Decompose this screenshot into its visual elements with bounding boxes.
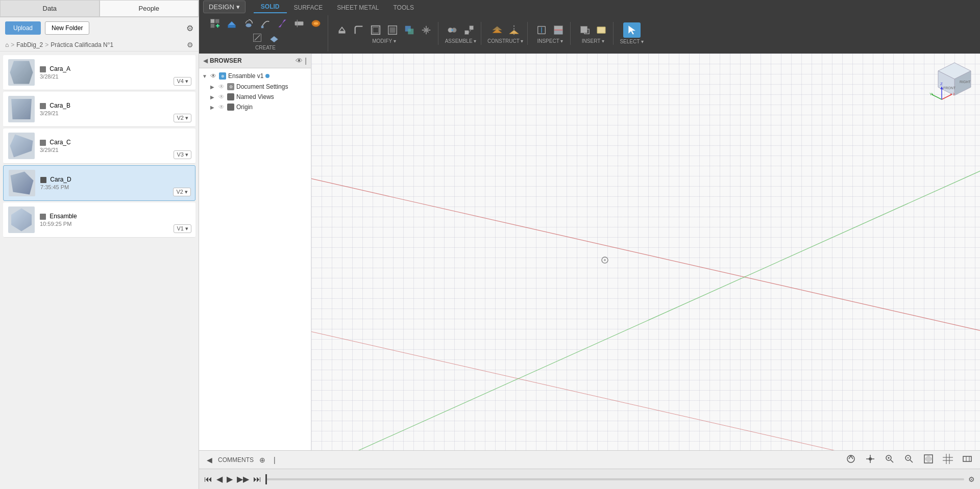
comments-expand-button[interactable]: ⊕ (257, 454, 268, 466)
form-button[interactable] (308, 16, 324, 31)
canvas-button[interactable] (594, 23, 609, 37)
timeline-settings-button[interactable]: ⚙ (968, 475, 975, 483)
fit-button[interactable] (901, 452, 917, 467)
tree-origin[interactable]: ▶ 👁 Origin (199, 102, 311, 112)
file-thumbnail (8, 96, 35, 122)
shell-button[interactable] (368, 23, 383, 37)
tree-eye-icon: 👁 (210, 72, 217, 80)
timeline-end-button[interactable]: ⏭ (253, 475, 261, 484)
file-thumbnail (8, 59, 35, 86)
list-item[interactable]: Cara_D 7:35:45 PM V2 (3, 165, 195, 201)
offset-plane-button[interactable] (489, 23, 505, 37)
timeline-next-button[interactable]: ▶▶ (237, 474, 249, 484)
measure-button[interactable] (534, 23, 549, 37)
file-info: Cara_D 7:35:45 PM (40, 176, 190, 190)
file-name-text: Cara_D (50, 176, 71, 183)
tab-solid[interactable]: SOLID (254, 1, 287, 13)
joint-button[interactable] (445, 23, 460, 37)
grid-viewport[interactable]: FRONT RIGHT X Y Z (311, 54, 980, 450)
zoom-button[interactable] (882, 452, 897, 467)
tab-people[interactable]: People (100, 0, 199, 17)
version-dropdown[interactable]: V1 (174, 224, 191, 233)
upload-button[interactable]: Upload (5, 21, 41, 35)
display-mode-button[interactable] (921, 452, 936, 467)
revolve-button[interactable] (241, 16, 256, 31)
rib-button[interactable] (291, 16, 307, 31)
version-dropdown[interactable]: V3 (174, 150, 191, 159)
view-mode-button[interactable] (960, 452, 975, 467)
file-date: 10:59:25 PM (40, 221, 190, 227)
file-name-text: Cara_B (50, 102, 70, 109)
timeline-track[interactable] (265, 478, 964, 480)
assemble-as-built-button[interactable] (461, 23, 477, 37)
select-button[interactable] (623, 22, 641, 38)
browser-eye-button[interactable]: 👁 (296, 57, 303, 65)
create-sketch-button[interactable] (250, 32, 265, 44)
new-component-button[interactable] (207, 16, 223, 31)
midplane-button[interactable] (506, 23, 522, 37)
sweep-button[interactable] (258, 16, 273, 31)
version-dropdown[interactable]: V2 (173, 188, 191, 196)
left-panel: Data People Upload New Folder ⚙ ⌂ > FabD… (0, 0, 199, 489)
tab-tools[interactable]: TOOLS (386, 2, 421, 13)
timeline-start-button[interactable]: ⏮ (204, 475, 212, 484)
tree-named-views[interactable]: ▶ 👁 Named Views (199, 92, 311, 102)
tree-expand-views[interactable]: ▶ (210, 94, 218, 100)
tree-origin-label: Origin (236, 104, 253, 111)
tree-root-item[interactable]: ▼ 👁 ⊕ Ensamble v1 (199, 70, 311, 82)
tree-doc-icon: ⚙ (227, 83, 234, 90)
view-cube[interactable]: FRONT RIGHT X Y Z (934, 59, 975, 99)
timeline-play-button[interactable]: ▶ (227, 474, 233, 484)
browser-collapse-button[interactable]: ◀ (203, 57, 208, 64)
timeline-marker[interactable] (265, 474, 267, 484)
list-item[interactable]: Ensamble 10:59:25 PM V1 (3, 202, 195, 238)
design-button[interactable]: DESIGN ▾ (203, 1, 246, 13)
breadcrumb-item2[interactable]: Práctica Calificada N°1 (51, 41, 113, 48)
section-analysis-button[interactable] (551, 23, 566, 37)
file-thumbnail (9, 170, 35, 196)
grid-toggle-button[interactable] (940, 452, 955, 467)
tree-document-settings[interactable]: ▶ 👁 ⚙ Document Settings (199, 82, 311, 92)
loft-button[interactable] (275, 16, 290, 31)
fillet-button[interactable] (351, 23, 366, 37)
svg-point-18 (425, 29, 428, 32)
navigate-button[interactable] (843, 452, 859, 467)
scale-button[interactable] (385, 23, 400, 37)
svg-rect-1 (215, 19, 219, 23)
extrude-button[interactable] (224, 16, 239, 31)
list-item[interactable]: Cara_C 3/29/21 V3 (3, 128, 195, 164)
tree-expand-root[interactable]: ▼ (202, 73, 210, 79)
version-dropdown[interactable]: V2 (174, 114, 191, 122)
svg-rect-15 (373, 28, 379, 33)
comments-collapse-button[interactable]: | (271, 454, 278, 466)
tab-sheet-metal[interactable]: SHEET METAL (330, 2, 386, 13)
file-name: Cara_A (40, 65, 190, 72)
construct-plane-button[interactable] (266, 32, 282, 44)
tree-expand-doc[interactable]: ▶ (210, 84, 218, 90)
version-dropdown[interactable]: V4 (174, 77, 191, 86)
browser-toggle-button[interactable]: ◀ (204, 454, 215, 466)
breadcrumb-item1[interactable]: FabDig_2 (16, 41, 43, 48)
browser-title: BROWSER (210, 57, 242, 64)
svg-rect-23 (470, 26, 473, 30)
svg-line-63 (910, 460, 913, 462)
svg-text:X: X (953, 92, 954, 96)
timeline-prev-button[interactable]: ◀ (216, 474, 223, 484)
press-pull-button[interactable] (334, 23, 350, 37)
list-item[interactable]: Cara_A 3/28/21 V4 (3, 55, 195, 90)
pan-button[interactable] (863, 452, 878, 467)
settings-icon[interactable]: ⚙ (186, 23, 193, 33)
move-copy-button[interactable] (419, 23, 434, 37)
insert-derive-button[interactable] (577, 23, 592, 37)
breadcrumb-home[interactable]: ⌂ (5, 41, 9, 48)
breadcrumb-sep1: > (11, 41, 14, 48)
new-folder-button[interactable]: New Folder (45, 21, 89, 35)
breadcrumb-settings-icon[interactable]: ⚙ (187, 41, 193, 49)
svg-point-11 (313, 22, 318, 25)
list-item[interactable]: Cara_B 3/29/21 V2 (3, 92, 195, 127)
browser-expand-button[interactable]: | (305, 57, 307, 65)
tab-data[interactable]: Data (0, 0, 100, 17)
combine-button[interactable] (402, 23, 417, 37)
tree-expand-origin[interactable]: ▶ (210, 105, 218, 110)
tab-surface[interactable]: SURFACE (287, 2, 330, 13)
